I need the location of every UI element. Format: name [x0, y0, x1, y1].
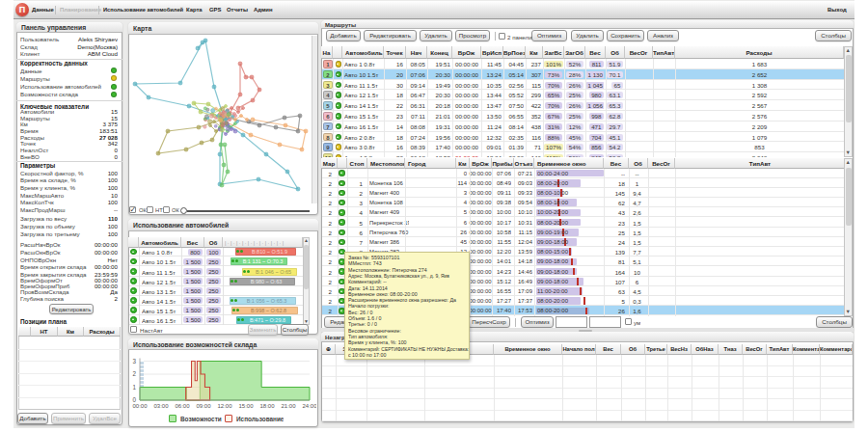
svg-text:06:00: 06:00 — [175, 403, 190, 409]
svg-text:24:00: 24:00 — [302, 403, 316, 409]
svg-text:00:00: 00:00 — [132, 403, 148, 409]
svg-text:1: 1 — [132, 384, 136, 391]
svg-text:2: 2 — [132, 370, 136, 377]
svg-text:21:00: 21:00 — [281, 403, 296, 409]
svg-text:09:00: 09:00 — [196, 403, 211, 409]
svg-text:18:00: 18:00 — [259, 403, 275, 409]
svg-text:12:00: 12:00 — [217, 403, 232, 409]
svg-text:03:00: 03:00 — [153, 403, 169, 409]
svg-text:3: 3 — [132, 358, 136, 364]
svg-text:15:00: 15:00 — [238, 403, 254, 409]
